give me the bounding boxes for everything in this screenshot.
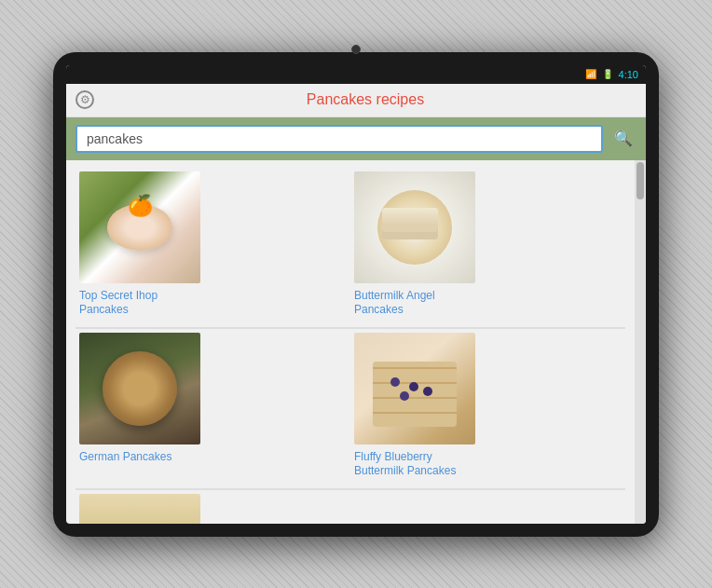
- recipe-title-blueberry: Fluffy Blueberry Buttermilk Pancakes: [354, 450, 485, 479]
- wifi-icon: 📶: [585, 69, 596, 79]
- status-time: 4:10: [619, 69, 638, 80]
- tablet-screen: 📶 🔋 4:10 ⚙ Pancakes recipes 🔍: [66, 65, 646, 524]
- recipe-title-buttermilk: Buttermilk Angel Pancakes: [354, 289, 485, 318]
- recipe-image-german: [79, 333, 200, 444]
- recipe-image-ihop: [79, 171, 200, 283]
- app-title: Pancakes recipes: [94, 91, 637, 108]
- recipe-image-partial: [79, 494, 200, 524]
- recipe-image-buttermilk: [354, 171, 475, 283]
- tablet-device: 📶 🔋 4:10 ⚙ Pancakes recipes 🔍: [53, 52, 659, 537]
- recipe-item-blueberry[interactable]: Fluffy Blueberry Buttermilk Pancakes: [350, 329, 625, 489]
- recipe-grid: Top Secret Ihop Pancakes Buttermilk Ange…: [66, 160, 635, 524]
- settings-icon[interactable]: ⚙: [75, 90, 94, 109]
- title-highlight: P: [307, 91, 317, 107]
- recipe-item-ihop[interactable]: Top Secret Ihop Pancakes: [75, 168, 350, 328]
- camera: [351, 45, 361, 54]
- content-wrapper: Top Secret Ihop Pancakes Buttermilk Ange…: [66, 160, 646, 524]
- recipe-item-german[interactable]: German Pancakes: [75, 329, 350, 489]
- recipe-title-ihop: Top Secret Ihop Pancakes: [79, 289, 210, 318]
- battery-icon: 🔋: [602, 69, 613, 79]
- recipe-item-partial[interactable]: [75, 490, 350, 524]
- recipe-item-buttermilk[interactable]: Buttermilk Angel Pancakes: [350, 168, 625, 328]
- search-bar: 🔍: [66, 117, 646, 160]
- recipe-title-german: German Pancakes: [79, 450, 210, 465]
- title-text: ancakes recipes: [317, 91, 425, 107]
- search-icon: 🔍: [614, 130, 633, 147]
- scrollbar-thumb: [637, 162, 644, 199]
- status-bar: 📶 🔋 4:10: [66, 65, 646, 84]
- scrollbar[interactable]: [635, 160, 646, 524]
- recipe-image-blueberry: [354, 333, 475, 444]
- app-header: ⚙ Pancakes recipes: [66, 84, 646, 117]
- search-input[interactable]: [75, 125, 603, 153]
- search-button[interactable]: 🔍: [610, 126, 637, 152]
